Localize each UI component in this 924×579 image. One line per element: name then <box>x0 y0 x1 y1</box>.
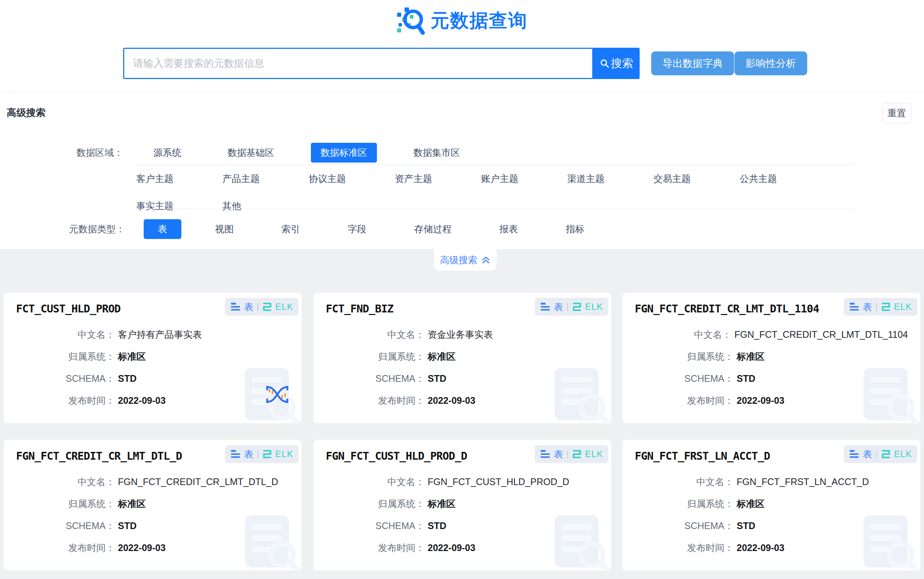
metadata-card[interactable]: FGN_FCT_CREDIT_CR_LMT_DTL_D 表 | ELK 中文名：… <box>4 440 302 571</box>
field-label: 归属系统： <box>326 498 425 510</box>
topic-option-product[interactable]: 产品主题 <box>213 170 299 188</box>
filter-divider-bottom <box>135 209 855 209</box>
field-label: 发布时间： <box>326 542 425 554</box>
field-label: 发布时间： <box>326 394 425 407</box>
region-option-mart-zone[interactable]: 数据集市区 <box>404 143 470 162</box>
table-icon <box>540 449 550 459</box>
metadata-card[interactable]: FCT_FND_BIZ 表 | ELK 中文名：资金业务事实表 归属系统：标准区… <box>313 293 611 423</box>
field-label: 中文名： <box>326 329 425 341</box>
type-option-column[interactable]: 字段 <box>334 219 381 239</box>
topic-option-public[interactable]: 公共主题 <box>730 170 816 188</box>
field-label: 归属系统： <box>326 350 425 363</box>
search-icon <box>600 59 609 68</box>
advanced-search-collapse-toggle[interactable]: 高级搜索 <box>434 249 497 271</box>
metadata-card[interactable]: FGN_FCT_CUST_HLD_PROD_D 表 | ELK 中文名：FGN_… <box>313 440 611 571</box>
collapse-toggle-label: 高级搜索 <box>440 254 477 266</box>
app-header: 元数据查询 <box>0 5 924 36</box>
field-label: 归属系统： <box>635 498 734 510</box>
field-value: 2022-09-03 <box>118 542 166 554</box>
metadata-card[interactable]: FGN_FCT_FRST_LN_ACCT_D 表 | ELK 中文名：FGN_F… <box>622 440 920 571</box>
card-type-badge[interactable]: 表 | ELK <box>844 298 917 316</box>
card-type-badge[interactable]: 表 | ELK <box>535 298 608 316</box>
field-value: STD <box>118 373 136 385</box>
lineage-dna-icon[interactable] <box>263 385 291 404</box>
topic-option-account[interactable]: 账户主题 <box>471 170 558 188</box>
card-type-badge[interactable]: 表 | ELK <box>535 445 608 463</box>
elk-icon <box>572 302 582 312</box>
elk-icon <box>881 449 891 459</box>
data-region-filter-row: 数据区域： 源系统 数据基础区 数据标准区 数据集市区 <box>77 143 497 162</box>
type-option-indicator[interactable]: 指标 <box>551 219 599 239</box>
field-label: 归属系统： <box>16 498 115 510</box>
field-label: 发布时间： <box>16 542 115 554</box>
search-bar: 搜索 <box>123 48 640 79</box>
export-dictionary-button[interactable]: 导出数据字典 <box>651 51 734 75</box>
field-label: SCHEMA： <box>326 520 425 532</box>
field-value: 标准区 <box>428 498 456 510</box>
field-value: STD <box>118 520 136 532</box>
field-label: 归属系统： <box>16 350 115 363</box>
card-fields: 中文名：FGN_FCT_FRST_LN_ACCT_D 归属系统：标准区 SCHE… <box>635 476 908 554</box>
type-option-procedure[interactable]: 存储过程 <box>400 219 466 239</box>
field-value: FGN_FCT_FRST_LN_ACCT_D <box>737 476 869 488</box>
table-icon <box>540 302 550 312</box>
search-button-label: 搜索 <box>611 56 633 71</box>
field-label: 中文名： <box>16 476 115 488</box>
badge-separator: | <box>566 449 569 459</box>
metadata-card[interactable]: FCT_CUST_HLD_PROD 表 | ELK 中文名：客户持有产品事实表 … <box>4 293 302 423</box>
search-input[interactable] <box>123 48 593 79</box>
field-value: STD <box>428 373 446 385</box>
field-value: FGN_FCT_CUST_HLD_PROD_D <box>428 476 569 488</box>
type-option-table[interactable]: 表 <box>144 219 181 239</box>
app-logo-icon <box>396 5 425 36</box>
metadata-type-label: 元数据类型： <box>69 223 144 235</box>
filter-divider-top <box>135 164 855 165</box>
field-value: 客户持有产品事实表 <box>118 329 202 341</box>
topic-option-other[interactable]: 其他 <box>213 197 299 215</box>
field-value: STD <box>428 520 446 532</box>
field-label: 发布时间： <box>635 542 734 554</box>
region-option-source-system[interactable]: 源系统 <box>144 143 191 162</box>
topic-option-agreement[interactable]: 协议主题 <box>299 170 385 188</box>
type-option-view[interactable]: 视图 <box>201 219 248 239</box>
badge-elk-label: ELK <box>276 449 293 459</box>
table-icon <box>230 302 241 312</box>
field-label: 中文名： <box>326 476 425 488</box>
card-fields: 中文名：客户持有产品事实表 归属系统：标准区 SCHEMA：STD 发布时间：2… <box>16 329 289 407</box>
badge-table-label: 表 <box>244 448 253 460</box>
card-type-badge[interactable]: 表 | ELK <box>225 298 299 316</box>
field-label: 中文名： <box>635 476 734 488</box>
topic-option-transaction[interactable]: 交易主题 <box>644 170 730 188</box>
table-icon <box>849 302 860 312</box>
field-value: 2022-09-03 <box>737 394 784 407</box>
badge-elk-label: ELK <box>894 449 912 459</box>
field-value: 标准区 <box>428 350 456 363</box>
badge-elk-label: ELK <box>894 302 912 312</box>
field-label: SCHEMA： <box>326 373 425 385</box>
field-value: FGN_FCT_CREDIT_CR_LMT_DTL_1104 <box>734 329 908 341</box>
elk-icon <box>881 302 891 312</box>
card-type-badge[interactable]: 表 | ELK <box>225 445 299 463</box>
topic-option-customer[interactable]: 客户主题 <box>126 170 213 188</box>
card-type-badge[interactable]: 表 | ELK <box>844 445 917 463</box>
region-option-standard-zone[interactable]: 数据标准区 <box>311 143 377 162</box>
topic-option-fact[interactable]: 事实主题 <box>126 197 213 215</box>
field-value: 2022-09-03 <box>737 542 784 554</box>
badge-separator: | <box>257 302 259 312</box>
topic-option-asset[interactable]: 资产主题 <box>385 170 471 188</box>
type-option-report[interactable]: 报表 <box>485 219 532 239</box>
impact-analysis-button[interactable]: 影响性分析 <box>734 51 807 75</box>
field-value: FGN_FCT_CREDIT_CR_LMT_DTL_D <box>118 476 278 488</box>
field-label: 中文名： <box>635 329 732 341</box>
metadata-card[interactable]: FGN_FCT_CREDIT_CR_LMT_DTL_1104 表 | ELK 中… <box>622 293 920 423</box>
card-fields: 中文名：FGN_FCT_CUST_HLD_PROD_D 归属系统：标准区 SCH… <box>326 476 599 554</box>
elk-icon <box>263 302 272 312</box>
field-value: 标准区 <box>737 350 765 363</box>
region-option-base-zone[interactable]: 数据基础区 <box>218 143 284 162</box>
topic-option-channel[interactable]: 渠道主题 <box>558 170 644 188</box>
elk-icon <box>572 449 582 459</box>
search-button[interactable]: 搜索 <box>593 48 640 79</box>
type-option-index[interactable]: 索引 <box>267 219 314 239</box>
reset-button[interactable]: 重置 <box>882 103 911 123</box>
field-value: 标准区 <box>737 498 765 510</box>
